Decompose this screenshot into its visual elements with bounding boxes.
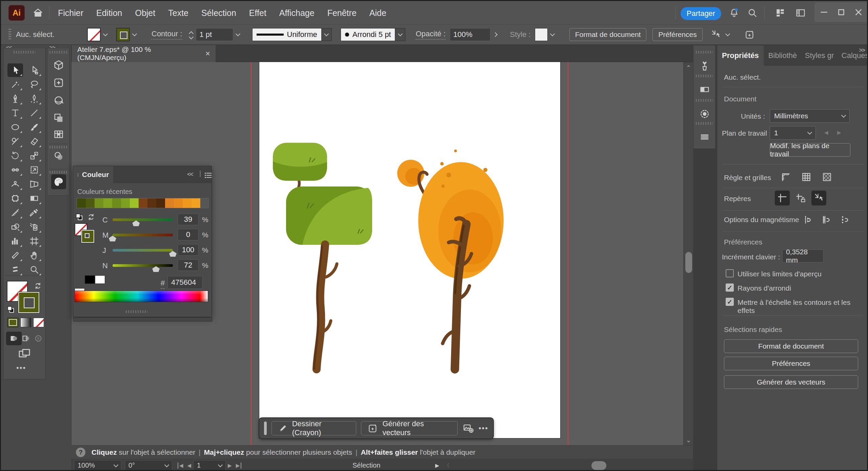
panel-cycle-icon[interactable]: ↕ <box>77 172 79 178</box>
none-mode-button[interactable] <box>33 318 44 327</box>
artwork-trees[interactable] <box>259 62 561 438</box>
shape-builder-tool[interactable] <box>7 220 23 234</box>
style-chevron-icon[interactable] <box>548 34 557 36</box>
artboard-tool[interactable] <box>26 234 42 248</box>
recent-color-swatch[interactable] <box>103 198 112 208</box>
notifications-bell-icon[interactable] <box>727 6 741 20</box>
ruler-corner-icon[interactable] <box>778 170 793 184</box>
maximize-icon[interactable] <box>833 3 849 21</box>
slider-value-field[interactable]: 100 <box>178 244 199 256</box>
tab-close-icon[interactable]: × <box>205 49 210 58</box>
recent-color-swatch[interactable] <box>183 198 191 208</box>
edit-artboards-button[interactable]: Modif. les plans de travail <box>770 143 850 157</box>
help-icon[interactable]: ? <box>76 448 85 457</box>
slider-value-field[interactable]: 72 <box>178 259 199 271</box>
scroll-up-icon[interactable]: ⌃ <box>684 64 693 72</box>
quick-button-format-de-document[interactable]: Format de document <box>724 339 858 353</box>
workspace-switcher-icon[interactable] <box>773 6 787 20</box>
first-artboard-icon[interactable]: ◀ <box>178 463 185 469</box>
magic-wand-tool[interactable] <box>7 78 23 91</box>
pen-tool[interactable] <box>7 92 23 105</box>
stroke-width-stepper[interactable] <box>186 28 196 41</box>
status-expand-icon[interactable]: ▶ <box>433 463 441 469</box>
panel-toggle-icon[interactable] <box>793 6 808 20</box>
vertical-scroll-thumb[interactable] <box>685 252 692 273</box>
recent-color-swatch[interactable] <box>95 198 103 208</box>
tab-bibliothè[interactable]: Bibliothè <box>764 45 800 66</box>
scale-tool[interactable] <box>26 149 42 162</box>
transparency-icon[interactable] <box>51 149 66 163</box>
line-segment-tool[interactable] <box>26 106 42 120</box>
snap-chevron-icon[interactable] <box>723 34 732 36</box>
expand-panel-icon[interactable]: >> <box>859 47 865 54</box>
measure-tool[interactable] <box>7 206 23 219</box>
keyboard-increment-field[interactable]: 0,3528 mm <box>782 250 824 262</box>
taskbar-drag-handle[interactable] <box>264 421 267 435</box>
draw-pencil-button[interactable]: Dessiner (Crayon) <box>271 421 357 435</box>
swap-fill-stroke-icon[interactable] <box>34 281 43 291</box>
tab-styles-gr[interactable]: Styles gr <box>800 45 837 66</box>
units-dropdown[interactable]: Millimètres <box>770 109 850 123</box>
menu-texte[interactable]: Texte <box>168 8 188 18</box>
menu-affichage[interactable]: Affichage <box>279 8 315 18</box>
panel-grip[interactable] <box>49 146 67 149</box>
home-icon[interactable] <box>31 6 45 20</box>
panel-grip[interactable] <box>696 75 713 77</box>
slider-track[interactable] <box>113 218 173 221</box>
artboard-number-dropdown[interactable]: 1 <box>193 460 226 471</box>
guide-line-left[interactable] <box>251 62 251 445</box>
quick-button-pr-f-rences[interactable]: Préférences <box>724 357 858 370</box>
width-tool[interactable] <box>7 163 23 177</box>
panel-grip[interactable] <box>696 122 713 125</box>
white-swatch[interactable] <box>95 275 105 284</box>
column-graph-tool[interactable] <box>7 234 23 248</box>
slider-track[interactable] <box>113 264 173 267</box>
more-tools-button[interactable]: ••• <box>16 364 26 372</box>
perspective-grid-tool[interactable] <box>26 177 42 191</box>
recent-color-swatch[interactable] <box>191 198 200 208</box>
generate-vectors-icon[interactable] <box>51 75 66 90</box>
symbol-sprayer-tool[interactable] <box>26 220 42 234</box>
black-swatch[interactable] <box>85 275 95 284</box>
slider-thumb[interactable] <box>152 266 160 272</box>
profile-chevron-icon[interactable] <box>322 28 332 41</box>
shear-tool[interactable] <box>7 263 23 276</box>
prev-artboard-icon[interactable]: ◀ <box>185 463 194 469</box>
direct-selection-tool[interactable] <box>26 63 42 77</box>
tab-propriétés[interactable]: Propriétés <box>717 45 764 66</box>
document-tab[interactable]: Atelier 7.eps* @ 100 % (CMJN/Aperçu) × <box>72 45 216 62</box>
recent-color-swatch[interactable] <box>139 198 147 208</box>
snap-point-icon[interactable] <box>800 212 815 227</box>
guide-line-right[interactable] <box>568 62 568 445</box>
lock-guides-icon[interactable] <box>793 191 808 205</box>
show-guides-icon[interactable] <box>775 191 790 205</box>
stroke-color-swatch[interactable] <box>116 28 130 41</box>
slider-value-field[interactable]: 39 <box>178 214 199 225</box>
slice-tool[interactable] <box>7 249 23 262</box>
panel-menu-icon[interactable] <box>203 170 214 180</box>
slider-track[interactable] <box>113 249 173 252</box>
color-spectrum-bar[interactable] <box>75 291 208 302</box>
horizontal-scroll-thumb[interactable] <box>591 461 606 470</box>
fill-color-swatch[interactable] <box>87 28 101 41</box>
stroke-chevron-icon[interactable] <box>130 34 139 36</box>
plant-brushes-icon[interactable] <box>697 58 712 73</box>
opacity-label[interactable]: Opacité : <box>416 30 445 40</box>
gradient-tool[interactable] <box>26 192 42 205</box>
eraser-tool[interactable] <box>26 135 42 148</box>
snap-options-icon[interactable] <box>709 27 723 42</box>
checkbox-checked[interactable]: ✓ <box>726 298 734 306</box>
menu-sélection[interactable]: Sélection <box>201 8 236 18</box>
shaper-tool[interactable] <box>7 135 23 148</box>
color-mode-button[interactable] <box>7 318 18 327</box>
panel-menu-icon[interactable] <box>697 130 712 144</box>
rotate-tool[interactable] <box>7 149 23 162</box>
checkbox-checked[interactable]: ✓ <box>726 283 734 292</box>
gradient-mode-button[interactable] <box>20 318 31 327</box>
gradient-panel-icon[interactable] <box>697 82 712 97</box>
minimize-icon[interactable] <box>816 3 832 21</box>
stroke-width-chevron-icon[interactable] <box>233 34 243 36</box>
image-add-icon[interactable] <box>462 423 474 434</box>
panel-grip[interactable] <box>49 51 67 54</box>
style-swatch[interactable] <box>535 28 548 41</box>
